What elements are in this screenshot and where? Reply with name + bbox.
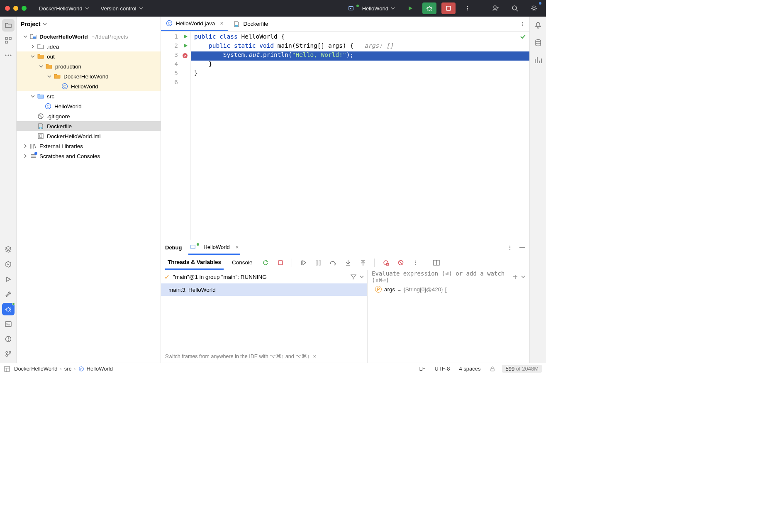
minimize-window-button[interactable] [13,6,18,11]
dots-icon [5,54,12,56]
stop-button[interactable] [276,258,285,267]
stop-button[interactable] [441,2,456,14]
layout-button[interactable] [432,258,441,267]
tree-item-src[interactable]: src [17,91,161,101]
breakpoint-icon[interactable] [182,53,188,59]
chart-icon [534,56,542,64]
vars-dropdown-button[interactable] [521,275,525,279]
debug-options-button[interactable] [507,245,513,251]
tree-item-production[interactable]: production [17,61,161,71]
minimize-icon [519,247,525,248]
tree-item-scratches[interactable]: Scratches and Consoles [17,151,161,161]
view-breakpoints-button[interactable] [381,258,390,267]
frame-label: main:3, HelloWorld [168,287,216,293]
code-with-me-button[interactable] [489,2,503,14]
svg-point-5 [467,10,468,10]
run-config-dropdown[interactable]: HelloWorld [345,4,398,13]
eval-input[interactable]: Evaluate expression (⏎) or add a watch (… [372,270,512,283]
code-area[interactable]: public class HelloWorld { public static … [191,32,529,240]
rerun-button[interactable] [261,258,270,267]
mute-breakpoints-button[interactable] [396,258,405,267]
debug-button[interactable] [422,2,436,14]
run-gutter-icon[interactable] [183,43,188,48]
breadcrumb-item[interactable]: DockerHelloWorld [14,366,58,372]
resume-button[interactable] [299,258,308,267]
update-dot-icon [539,2,541,5]
close-tab-button[interactable]: × [220,20,223,27]
inspection-ok-icon[interactable] [519,33,526,40]
run-target-icon [348,5,354,11]
project-tool-button[interactable] [2,19,15,32]
maximize-window-button[interactable] [22,6,27,11]
step-into-button[interactable] [344,258,353,267]
tab-console[interactable]: Console [229,255,255,270]
run-tool-button[interactable] [2,273,15,286]
hide-debug-button[interactable] [519,247,525,248]
tree-item-idea[interactable]: .idea [17,41,161,51]
layers-tool-button[interactable] [2,243,15,256]
pause-button[interactable] [314,258,323,267]
svg-text:C: C [47,104,50,108]
tree-item-external-libs[interactable]: External Libraries [17,141,161,151]
search-everywhere-button[interactable] [508,2,522,14]
debug-more-button[interactable] [411,258,420,267]
tree-item-out-hello[interactable]: C HelloWorld [17,81,161,91]
services-tool-button[interactable] [2,258,15,271]
tree-root[interactable]: DockerHelloWorld ~/IdeaProjects [17,32,161,41]
readonly-widget[interactable] [487,366,498,372]
tool-windows-button[interactable] [4,366,10,372]
svg-rect-9 [5,37,7,39]
close-tip-button[interactable]: × [313,354,316,359]
more-actions-button[interactable] [461,2,475,14]
tab-helloworld-java[interactable]: C HelloWorld.java × [161,17,228,31]
chevron-down-icon [391,6,395,10]
database-tool-button[interactable] [532,37,544,49]
tree-item-src-hello[interactable]: C HelloWorld [17,101,161,111]
filter-button[interactable] [351,274,356,280]
settings-button[interactable] [527,2,541,14]
breadcrumb-item[interactable]: src [64,366,71,372]
vcs-dropdown[interactable]: Version control [97,4,146,13]
add-watch-button[interactable] [512,274,518,280]
debug-session-tab[interactable]: HelloWorld × [188,240,240,255]
tree-item-gitignore[interactable]: .gitignore [17,111,161,121]
stack-frame[interactable]: main:3, HelloWorld [161,283,367,296]
terminal-tool-button[interactable] [2,318,15,330]
tree-label: src [47,93,54,100]
svg-point-4 [467,8,468,9]
more-tool-button[interactable] [2,49,15,61]
variable-row[interactable]: P args = {String[0]@420} [] [368,283,529,295]
debug-tool-button[interactable] [2,303,15,315]
tree-item-iml[interactable]: DockerHelloWorld.iml [17,131,161,141]
project-dropdown[interactable]: DockerHelloWorld [36,4,93,13]
gutter[interactable]: 1 2 3 4 5 6 [161,32,191,240]
encoding-widget[interactable]: UTF-8 [432,366,453,372]
step-out-button[interactable] [358,258,368,267]
problems-tool-button[interactable] [2,333,15,345]
thread-dropdown-button[interactable] [360,275,364,279]
project-panel-header[interactable]: Project [17,17,161,32]
tree-item-out[interactable]: out [17,51,161,61]
tab-dockerfile[interactable]: Dockerfile [228,17,273,31]
profiler-tool-button[interactable] [532,54,544,66]
notifications-button[interactable] [532,19,544,32]
tab-options-button[interactable] [519,21,525,27]
tab-threads-variables[interactable]: Threads & Variables [165,255,224,270]
run-button[interactable] [403,2,417,14]
close-window-button[interactable] [5,6,10,11]
svg-point-42 [509,249,510,249]
run-gutter-icon[interactable] [183,34,188,39]
line-separator-widget[interactable]: LF [417,366,428,372]
breadcrumb-item[interactable]: HelloWorld [87,366,113,372]
vcs-tool-button[interactable] [2,348,15,360]
step-over-button[interactable] [329,258,338,267]
indent-widget[interactable]: 4 spaces [456,366,483,372]
tree-item-dockerfile[interactable]: D Dockerfile [17,121,161,131]
close-session-button[interactable]: × [236,244,239,250]
memory-widget[interactable]: 599 of 2048M [502,365,542,373]
tree-item-out-dhw[interactable]: DockerHelloWorld [17,71,161,81]
svg-point-19 [6,351,7,353]
vcs-label: Version control [101,5,136,12]
structure-tool-button[interactable] [2,34,15,46]
build-tool-button[interactable] [2,288,15,300]
